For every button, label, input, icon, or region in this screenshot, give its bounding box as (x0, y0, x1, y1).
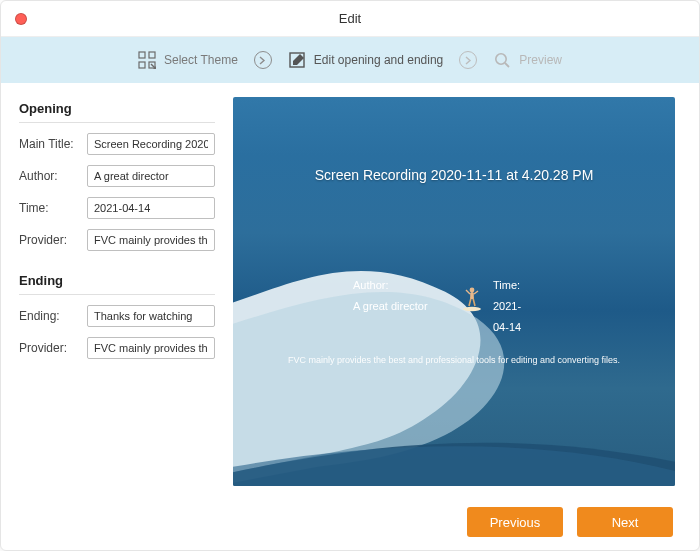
surfer-graphic (463, 284, 481, 312)
search-icon (493, 51, 511, 69)
time-label: Time: (19, 201, 81, 215)
step-edit-opening[interactable]: Edit opening and ending (288, 51, 443, 69)
row-time: Time: (19, 197, 215, 219)
step-bar: Select Theme Edit opening and ending Pre… (1, 37, 699, 83)
svg-point-5 (496, 54, 506, 64)
svg-rect-2 (139, 62, 145, 68)
author-input[interactable] (87, 165, 215, 187)
step-label: Preview (519, 53, 562, 67)
opening-heading: Opening (19, 101, 215, 123)
step-preview[interactable]: Preview (493, 51, 562, 69)
step-select-theme[interactable]: Select Theme (138, 51, 238, 69)
provider-label: Provider: (19, 233, 81, 247)
row-ending-provider: Provider: (19, 337, 215, 359)
row-author: Author: (19, 165, 215, 187)
theme-grid-icon (138, 51, 156, 69)
window-title: Edit (1, 11, 699, 26)
time-input[interactable] (87, 197, 215, 219)
author-label: Author: (19, 169, 81, 183)
chevron-right-icon (254, 51, 272, 69)
preview-panel: Screen Recording 2020-11-11 at 4.20.28 P… (233, 97, 675, 486)
ending-input[interactable] (87, 305, 215, 327)
wave-graphic (233, 260, 675, 486)
main-title-label: Main Title: (19, 137, 81, 151)
titlebar: Edit (1, 1, 699, 37)
main-title-input[interactable] (87, 133, 215, 155)
preview-time-label: Time: (493, 275, 521, 296)
ending-provider-label: Provider: (19, 341, 81, 355)
ending-heading: Ending (19, 273, 215, 295)
preview-author-value: A great director (353, 296, 428, 317)
svg-rect-0 (139, 52, 145, 58)
chevron-right-icon (459, 51, 477, 69)
svg-point-8 (469, 287, 474, 292)
form-sidebar: Opening Main Title: Author: Time: Provid… (1, 83, 233, 494)
footer: Previous Next (1, 494, 699, 550)
provider-input[interactable] (87, 229, 215, 251)
ending-label: Ending: (19, 309, 81, 323)
row-ending: Ending: (19, 305, 215, 327)
edit-square-icon (288, 51, 306, 69)
row-provider: Provider: (19, 229, 215, 251)
preview-time-value: 2021-04-14 (493, 296, 521, 338)
svg-point-6 (463, 307, 481, 311)
preview-title: Screen Recording 2020-11-11 at 4.20.28 P… (233, 167, 675, 183)
preview-provider: FVC mainly provides the best and profess… (233, 355, 675, 365)
row-main-title: Main Title: (19, 133, 215, 155)
step-label: Edit opening and ending (314, 53, 443, 67)
svg-rect-1 (149, 52, 155, 58)
edit-window: Edit Select Theme Edit opening and endin… (0, 0, 700, 551)
previous-button[interactable]: Previous (467, 507, 563, 537)
ending-provider-input[interactable] (87, 337, 215, 359)
body: Opening Main Title: Author: Time: Provid… (1, 83, 699, 494)
step-label: Select Theme (164, 53, 238, 67)
svg-rect-7 (470, 292, 474, 299)
next-button[interactable]: Next (577, 507, 673, 537)
preview-author-label: Author: (353, 275, 428, 296)
preview-meta: Author: A great director Time: 2021-04-1… (353, 275, 428, 317)
